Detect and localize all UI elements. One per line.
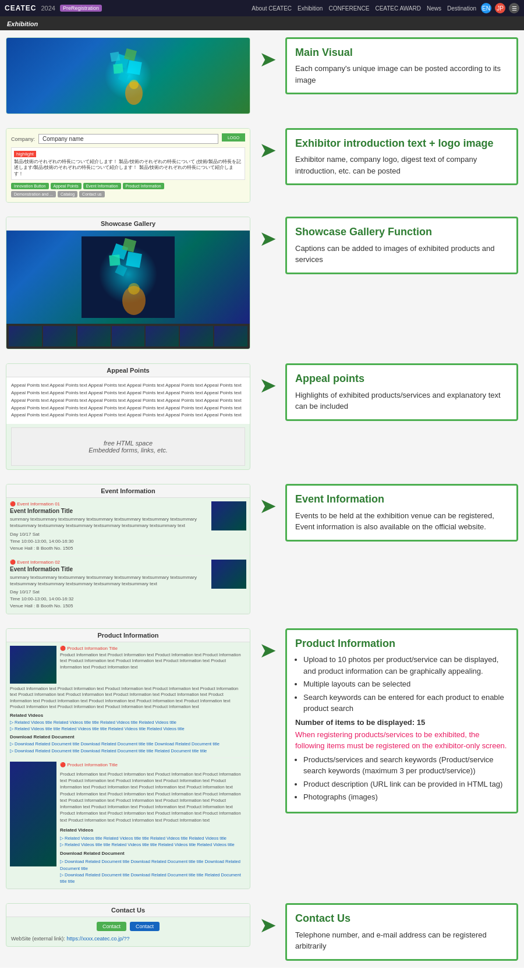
product-sub-bullet-2: Product description (URL link can be pro… bbox=[303, 779, 508, 790]
exhibition-label: Exhibition bbox=[7, 20, 38, 27]
company-row: Company: Company name LOGO bbox=[11, 133, 245, 144]
showcase-thumb-5 bbox=[146, 326, 179, 346]
svg-rect-6 bbox=[110, 52, 120, 62]
section-product: Product Information 🔴 Product Informatio… bbox=[0, 621, 524, 897]
product-pink-note: When registering products/services to be… bbox=[295, 729, 508, 752]
nav-link-destination[interactable]: Destination bbox=[447, 5, 476, 12]
svg-point-17 bbox=[128, 283, 140, 295]
appeal-description: Appeal points Highlights of exhibited pr… bbox=[285, 363, 518, 420]
product-item-2: 🔴 Product Information Title Product Info… bbox=[6, 758, 250, 889]
event-arrow-icon: ➤ bbox=[259, 496, 277, 516]
event-2-image bbox=[211, 560, 246, 589]
event-2-day: Day 10/17 Sat bbox=[10, 589, 208, 596]
exhibition-banner: Exhibition bbox=[0, 16, 524, 30]
download-links: ▷ Download Related Document title Downlo… bbox=[10, 741, 246, 754]
company-name-box: Company name bbox=[38, 134, 218, 144]
event-2-tag: 🔴 Event Information 02 bbox=[10, 560, 208, 565]
section-main-visual: ➤ Main Visual Each company's unique imag… bbox=[0, 30, 524, 121]
product-arrow-icon: ➤ bbox=[259, 640, 277, 661]
section-contact: Contact Us Contact Contact WebSite (exte… bbox=[0, 896, 524, 967]
nav-btn-catalog[interactable]: Catalog bbox=[58, 191, 77, 197]
showcase-graphic bbox=[82, 236, 175, 318]
contact-header: Contact Us bbox=[6, 904, 250, 917]
highlight-text: 製品/技術のそれぞれの特長について紹介します！ 製品/技術のそれぞれの特長につい… bbox=[14, 159, 242, 177]
product-sub-bullet-3: Photographs (images) bbox=[303, 791, 508, 803]
nav-link-exhibition[interactable]: Exhibition bbox=[298, 5, 323, 12]
nav-link-news[interactable]: News bbox=[427, 5, 441, 12]
product-2-desc-long: Product Information text Product Informa… bbox=[60, 771, 246, 823]
website-url-text: https://xxxx.ceatec.co.jp/?? bbox=[66, 936, 129, 942]
product-2-tag: 🔴 Product Information Title bbox=[60, 762, 246, 769]
showcase-arrow-icon: ➤ bbox=[259, 228, 277, 249]
exhibitor-desc-text: Exhibitor name, company logo, digest tex… bbox=[295, 154, 508, 176]
showcase-main-image bbox=[6, 231, 250, 324]
contact-btn-blue[interactable]: Contact bbox=[130, 922, 160, 931]
nav-link-conference[interactable]: CONFERENCE bbox=[328, 5, 369, 12]
navbar-logo: CEATEC bbox=[5, 4, 36, 12]
svg-rect-3 bbox=[127, 60, 141, 75]
free-html-box: free HTML space Embedded forms, links, e… bbox=[11, 427, 245, 466]
highlight-section: highlight 製品/技術のそれぞれの特長について紹介します！ 製品/技術の… bbox=[11, 147, 245, 180]
event-description: Event Information Events to be held at t… bbox=[285, 484, 518, 541]
navbar-links: About CEATEC Exhibition CONFERENCE CEATE… bbox=[252, 5, 476, 12]
main-visual-image bbox=[6, 38, 250, 114]
nav-buttons-row2: Demonstration and ... Catalog Contact us bbox=[11, 191, 245, 197]
nav-btn-contact[interactable]: Contact us bbox=[79, 191, 104, 197]
language-jp-icon[interactable]: JP bbox=[495, 3, 505, 13]
exhibitor-arrow-container: ➤ bbox=[256, 128, 279, 161]
event-2-title: Event Information Title bbox=[10, 566, 208, 572]
nav-btn-product[interactable]: Product Information bbox=[123, 183, 164, 189]
event-1-text-col: 🔴 Event Information 01 Event Information… bbox=[10, 501, 208, 551]
event-2-summary: summary textsummary textsummary textsumm… bbox=[10, 574, 208, 587]
product-header: Product Information bbox=[6, 629, 250, 642]
event-1-image bbox=[211, 501, 246, 530]
showcase-thumb-2 bbox=[43, 326, 76, 346]
exhibitor-arrow-icon: ➤ bbox=[259, 140, 277, 161]
navbar-badge: PreRegistration bbox=[60, 5, 102, 12]
website-url-link[interactable]: https://xxxx.ceatec.co.jp/?? bbox=[66, 936, 129, 942]
free-html-line2: Embedded forms, links, etc. bbox=[16, 447, 240, 454]
nav-btn-event[interactable]: Event Information bbox=[83, 183, 121, 189]
product-2-image bbox=[10, 762, 56, 866]
download-doc-label: Download Related Document bbox=[10, 734, 246, 740]
showcase-preview-panel: Showcase Gallery bbox=[6, 217, 250, 349]
showcase-title: Showcase Gallery Function bbox=[295, 225, 508, 239]
contact-arrow-icon: ➤ bbox=[259, 915, 277, 936]
appeal-preview-panel: Appeal Points Appeal Points text Appeal … bbox=[6, 363, 250, 470]
product-2-download-docs: Download Related Document ▷ Download Rel… bbox=[60, 850, 246, 885]
product-item-1: 🔴 Product Information Title Product Info… bbox=[6, 642, 250, 758]
website-label: WebSite (external link): bbox=[11, 936, 65, 942]
main-visual-arrow-container: ➤ bbox=[256, 37, 279, 70]
product-2-text: 🔴 Product Information Title Product Info… bbox=[60, 762, 246, 885]
product-2-related-videos: Related Videos ▷ Related Videos title Re… bbox=[60, 827, 246, 848]
menu-icon[interactable]: ☰ bbox=[509, 3, 519, 13]
product-section-title: Product Information bbox=[295, 637, 508, 650]
product-desc-bullet-3: Search keywords can be entered for each … bbox=[303, 692, 508, 714]
appeal-desc-text: Highlights of exhibited products/service… bbox=[295, 390, 508, 412]
product-1-related-videos: Related Videos ▷ Related Videos title Re… bbox=[10, 713, 246, 733]
download-doc-label-2: Download Related Document bbox=[60, 850, 246, 857]
section-exhibitor: Company: Company name LOGO highlight 製品/… bbox=[0, 121, 524, 210]
nav-link-about[interactable]: About CEATEC bbox=[252, 5, 292, 12]
exhibitor-preview-panel: Company: Company name LOGO highlight 製品/… bbox=[6, 128, 250, 203]
nav-btn-appeal[interactable]: Appeal Points bbox=[51, 183, 82, 189]
nav-buttons-row1: Innovation Button Appeal Points Event In… bbox=[11, 183, 245, 189]
nav-btn-innovation[interactable]: Innovation Button bbox=[11, 183, 49, 189]
contact-arrow-container: ➤ bbox=[256, 903, 279, 936]
related-videos-links-2: ▷ Related Videos title Related Videos ti… bbox=[60, 835, 246, 848]
logo-strip: LOGO bbox=[222, 133, 245, 141]
product-sub-bullets: Products/services and search keywords (P… bbox=[295, 754, 508, 803]
product-1-text-col: 🔴 Product Information Title Product Info… bbox=[60, 646, 246, 684]
product-1-image bbox=[10, 646, 56, 684]
nav-btn-demo[interactable]: Demonstration and ... bbox=[11, 191, 56, 197]
main-visual-desc-text: Each company's unique image can be poste… bbox=[295, 63, 508, 86]
related-videos-label-2: Related Videos bbox=[60, 827, 246, 834]
section-appeal: Appeal Points Appeal Points text Appeal … bbox=[0, 356, 524, 477]
language-en-icon[interactable]: EN bbox=[481, 3, 491, 13]
nav-link-award[interactable]: CEATEC AWARD bbox=[375, 5, 421, 12]
showcase-header: Showcase Gallery bbox=[6, 217, 250, 231]
related-videos-label: Related Videos bbox=[10, 713, 246, 718]
contact-btn-green[interactable]: Contact bbox=[97, 922, 126, 931]
main-visual-description: Main Visual Each company's unique image … bbox=[285, 37, 518, 94]
exhibitor-title: Exhibitor introduction text + logo image bbox=[295, 137, 508, 150]
